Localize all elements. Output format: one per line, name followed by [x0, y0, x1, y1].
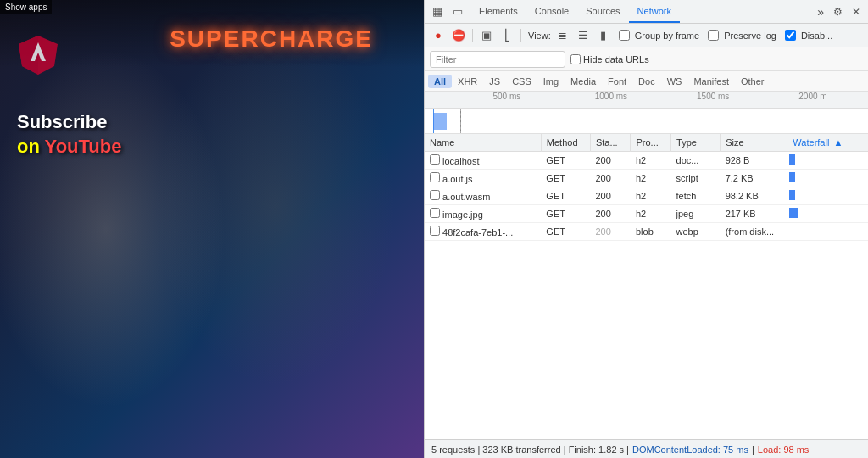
row-method: GET [541, 223, 590, 241]
timeline-mark-500: 500 ms [491, 92, 520, 101]
col-header-protocol[interactable]: Pro... [631, 134, 671, 152]
row-waterfall [787, 205, 868, 223]
view-large-button[interactable]: ▮ [595, 27, 612, 44]
col-header-type[interactable]: Type [671, 134, 721, 152]
angular-logo [17, 34, 59, 76]
show-apps-button[interactable]: Show apps [0, 0, 52, 14]
table-row[interactable]: 48f2cafa-7eb1-... GET 200 blob webp (fro… [425, 223, 868, 241]
filter-input[interactable] [430, 51, 565, 68]
clear-button[interactable]: ⛔ [450, 27, 467, 44]
status-bar: 5 requests | 323 KB transferred | Finish… [425, 439, 868, 458]
hide-data-urls-label: Hide data URLs [583, 54, 649, 64]
row-name-text: localhost [442, 156, 479, 166]
devtools-nav-tabs: Elements Console Sources Network [470, 0, 812, 23]
type-btn-ws[interactable]: WS [661, 75, 688, 88]
separator-1 [472, 29, 473, 42]
video-panel: Show apps Subscribe on YouTube SUPERCHAR… [0, 0, 424, 458]
waterfall-label: Waterfall [793, 137, 829, 148]
row-name-aoutjs: a.out.js [425, 170, 541, 187]
table-row[interactable]: a.out.wasm GET 200 h2 fetch 98.2 KB [425, 187, 868, 205]
screenshot-button[interactable]: ▣ [478, 27, 495, 44]
col-header-waterfall[interactable]: Waterfall ▲ [787, 134, 868, 152]
network-toolbar: ● ⛔ ▣ ⎣ View: ≣ ☰ ▮ Group by frame Prese… [425, 24, 868, 47]
inspect-icon[interactable]: ▦ [428, 3, 447, 21]
type-btn-other[interactable]: Other [735, 75, 771, 88]
group-by-frame-checkbox[interactable] [619, 30, 630, 41]
hide-data-urls-checkbox[interactable] [570, 54, 581, 64]
video-overlay [0, 0, 424, 458]
row-name-text: a.out.js [442, 174, 472, 184]
row-name-blob: 48f2cafa-7eb1-... [425, 223, 541, 241]
devtools-tab-bar: ▦ ▭ Elements Console Sources Network » ⚙… [425, 0, 868, 24]
col-header-method[interactable]: Method [541, 134, 590, 152]
row-checkbox[interactable] [430, 190, 440, 200]
view-label: View: [528, 31, 551, 41]
row-checkbox[interactable] [430, 208, 440, 218]
network-filter-row: Hide data URLs [425, 47, 868, 71]
record-button[interactable]: ● [430, 27, 447, 44]
subscribe-on: on [17, 136, 40, 157]
row-checkbox[interactable] [430, 226, 440, 236]
row-status: 200 [590, 187, 631, 205]
type-btn-manifest[interactable]: Manifest [687, 75, 735, 88]
disable-cache-checkbox[interactable] [785, 30, 796, 41]
row-waterfall [787, 170, 868, 187]
close-icon[interactable]: ✕ [848, 3, 865, 20]
filter-button[interactable]: ⎣ [498, 27, 515, 44]
tab-console[interactable]: Console [526, 0, 577, 23]
waterfall-bar [789, 208, 798, 218]
more-tabs-button[interactable]: » [812, 5, 829, 19]
row-waterfall [787, 152, 868, 170]
row-protocol: h2 [631, 170, 671, 187]
row-status: 200 [590, 170, 631, 187]
row-status: 200 [590, 205, 631, 223]
tab-sources[interactable]: Sources [577, 0, 628, 23]
type-btn-xhr[interactable]: XHR [452, 75, 483, 88]
type-btn-js[interactable]: JS [483, 75, 506, 88]
row-protocol: h2 [631, 187, 671, 205]
timeline-area: 500 ms 1000 ms 1500 ms 2000 m [425, 92, 868, 134]
subscribe-youtube: YouTube [45, 136, 122, 157]
col-header-size[interactable]: Size [721, 134, 787, 152]
table-row[interactable]: image.jpg GET 200 h2 jpeg 217 KB [425, 205, 868, 223]
type-btn-font[interactable]: Font [602, 75, 632, 88]
row-type: doc... [671, 152, 721, 170]
row-checkbox[interactable] [430, 172, 440, 182]
timeline-mark-2000: 2000 m [797, 92, 826, 101]
type-btn-css[interactable]: CSS [506, 75, 537, 88]
col-header-name[interactable]: Name [425, 134, 541, 152]
subscribe-line1: Subscribe [17, 111, 107, 132]
requests-table: Name Method Sta... Pro... Type Size Wate… [425, 134, 868, 241]
devtools-panel: ▦ ▭ Elements Console Sources Network » ⚙… [424, 0, 868, 458]
view-list-button[interactable]: ≣ [554, 27, 571, 44]
table-row[interactable]: localhost GET 200 h2 doc... 928 B [425, 152, 868, 170]
type-btn-all[interactable]: All [428, 75, 452, 88]
row-name-text: a.out.wasm [442, 192, 490, 202]
preserve-log-checkbox[interactable] [708, 30, 719, 41]
type-btn-media[interactable]: Media [565, 75, 602, 88]
row-name-imagejpg: image.jpg [425, 205, 541, 223]
row-protocol: h2 [631, 152, 671, 170]
tab-elements[interactable]: Elements [470, 0, 526, 23]
row-waterfall [787, 223, 868, 241]
row-method: GET [541, 205, 590, 223]
neon-sign: SUPERCHARGE [170, 25, 373, 53]
domcontent-loaded-label: DOMContentLoaded: 75 ms [632, 444, 748, 455]
view-group-button[interactable]: ☰ [575, 27, 592, 44]
row-type: fetch [671, 187, 721, 205]
col-header-status[interactable]: Sta... [590, 134, 631, 152]
tab-network[interactable]: Network [629, 0, 680, 23]
type-btn-doc[interactable]: Doc [632, 75, 661, 88]
device-icon[interactable]: ▭ [448, 3, 467, 21]
preserve-log-label: Preserve log [724, 31, 776, 41]
type-btn-img[interactable]: Img [537, 75, 565, 88]
timeline-ruler: 500 ms 1000 ms 1500 ms 2000 m [425, 92, 868, 109]
type-filter-row: All XHR JS CSS Img Media Font Doc WS Man… [425, 71, 868, 92]
subscribe-text: Subscribe on YouTube [17, 110, 121, 159]
timeline-mark-1000: 1000 ms [593, 92, 627, 101]
row-name-text: 48f2cafa-7eb1-... [442, 227, 513, 237]
row-method: GET [541, 187, 590, 205]
settings-icon[interactable]: ⚙ [829, 3, 846, 20]
table-row[interactable]: a.out.js GET 200 h2 script 7.2 KB [425, 170, 868, 187]
row-checkbox[interactable] [430, 154, 440, 165]
